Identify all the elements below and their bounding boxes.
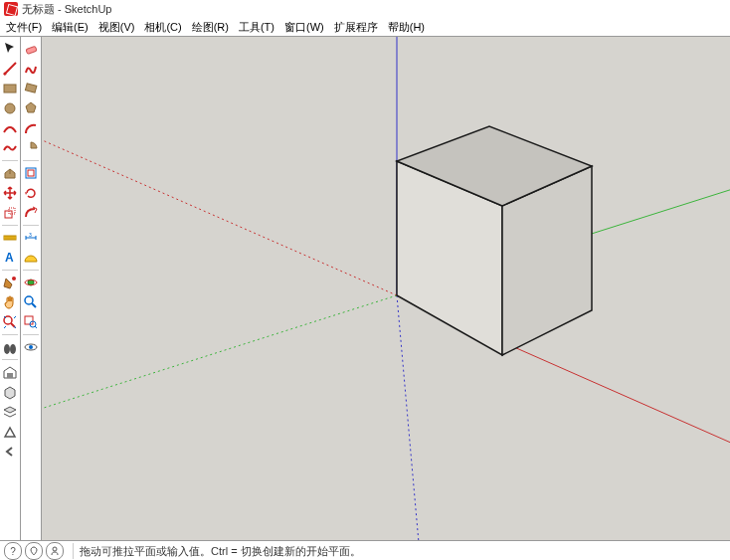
svg-point-23	[29, 345, 33, 349]
person-icon[interactable]	[46, 542, 64, 560]
text-tool-icon[interactable]: A	[1, 249, 19, 267]
freehand-tool-icon[interactable]	[1, 139, 19, 157]
circle-tool-icon[interactable]	[1, 99, 19, 117]
toolbar-left-1: A	[0, 37, 21, 540]
svg-rect-15	[28, 170, 34, 176]
status-bar: ? 拖动可推拉平面或输入值。Ctrl = 切换创建新的开始平面。	[0, 540, 730, 560]
svg-text:A: A	[5, 251, 14, 265]
title-bar: 无标题 - SketchUp	[0, 0, 730, 18]
rotate-tool-icon[interactable]	[22, 184, 40, 202]
move-tool-icon[interactable]	[1, 184, 19, 202]
pushpull-tool-icon[interactable]	[1, 164, 19, 182]
menu-edit[interactable]: 编辑(E)	[52, 20, 89, 35]
svg-point-0	[4, 73, 7, 76]
y-axis-neg-line	[42, 295, 397, 415]
menu-file[interactable]: 文件(F)	[6, 20, 42, 35]
menu-camera[interactable]: 相机(C)	[144, 20, 181, 35]
orbit-tool-icon[interactable]	[22, 274, 40, 291]
status-hint-text: 拖动可推拉平面或输入值。Ctrl = 切换创建新的开始平面。	[80, 544, 361, 559]
cube-object[interactable]	[397, 126, 592, 355]
svg-rect-20	[25, 316, 33, 324]
arc-tool-icon[interactable]	[1, 119, 19, 137]
tape-tool-icon[interactable]	[1, 229, 19, 247]
separator	[23, 160, 39, 161]
geo-icon[interactable]	[25, 542, 43, 560]
followme-tool-icon[interactable]	[22, 204, 40, 222]
scale-tool-icon[interactable]	[1, 204, 19, 222]
pan-tool-icon[interactable]	[1, 293, 19, 311]
menu-view[interactable]: 视图(V)	[98, 20, 135, 35]
freehand2-tool-icon[interactable]	[22, 60, 40, 78]
zoom-extents-tool-icon[interactable]	[1, 313, 19, 331]
polygon-tool-icon[interactable]	[22, 99, 40, 117]
app-logo-icon	[4, 2, 18, 16]
separator	[23, 270, 39, 271]
svg-text:3: 3	[29, 232, 32, 238]
rotated-rect-tool-icon[interactable]	[22, 80, 40, 97]
svg-point-9	[4, 344, 10, 354]
separator	[2, 160, 18, 161]
window-title: 无标题 - SketchUp	[22, 2, 111, 17]
menu-bar: 文件(F) 编辑(E) 视图(V) 相机(C) 绘图(R) 工具(T) 窗口(W…	[0, 18, 730, 37]
walk-tool-icon[interactable]	[1, 338, 19, 356]
outliner-icon[interactable]	[1, 423, 19, 441]
protractor-tool-icon[interactable]	[22, 249, 40, 267]
paint-tool-icon[interactable]	[1, 274, 19, 291]
menu-window[interactable]: 窗口(W)	[284, 20, 324, 35]
zoom-tool-icon[interactable]	[22, 293, 40, 311]
separator	[23, 334, 39, 335]
toolbar-left-2: 3	[21, 37, 42, 540]
svg-point-7	[12, 277, 16, 280]
select-tool-icon[interactable]	[1, 40, 19, 58]
layers-icon[interactable]	[1, 403, 19, 421]
look-tool-icon[interactable]	[22, 338, 40, 356]
svg-point-27	[53, 547, 57, 551]
3d-viewport[interactable]	[42, 37, 730, 540]
menu-help[interactable]: 帮助(H)	[388, 20, 425, 35]
dimension-tool-icon[interactable]: 3	[22, 229, 40, 247]
menu-ext[interactable]: 扩展程序	[334, 20, 378, 35]
separator	[2, 334, 18, 335]
separator	[73, 543, 74, 559]
separator	[2, 225, 18, 226]
help-icon[interactable]: ?	[4, 542, 22, 560]
svg-rect-11	[7, 373, 13, 378]
separator	[23, 225, 39, 226]
zoom-window-tool-icon[interactable]	[22, 313, 40, 331]
line-tool-icon[interactable]	[1, 60, 19, 78]
arc2-tool-icon[interactable]	[22, 119, 40, 137]
rectangle-tool-icon[interactable]	[1, 80, 19, 97]
warehouse-icon[interactable]	[1, 363, 19, 381]
eraser-tool-icon[interactable]	[22, 40, 40, 58]
separator	[2, 359, 18, 360]
previous-icon[interactable]	[1, 443, 19, 461]
svg-rect-13	[25, 84, 36, 93]
svg-point-19	[25, 296, 33, 304]
svg-point-10	[10, 344, 16, 354]
svg-rect-12	[26, 46, 37, 54]
menu-draw[interactable]: 绘图(R)	[192, 20, 229, 35]
component-icon[interactable]	[1, 383, 19, 401]
separator	[2, 270, 18, 271]
menu-tools[interactable]: 工具(T)	[239, 20, 274, 35]
svg-point-2	[5, 103, 15, 113]
workspace: A 3	[0, 37, 730, 540]
svg-rect-1	[4, 85, 16, 93]
z-axis-neg-line	[397, 295, 420, 540]
pie-tool-icon[interactable]	[22, 139, 40, 157]
x-axis-neg-line	[42, 131, 397, 295]
offset-tool-icon[interactable]	[22, 164, 40, 182]
